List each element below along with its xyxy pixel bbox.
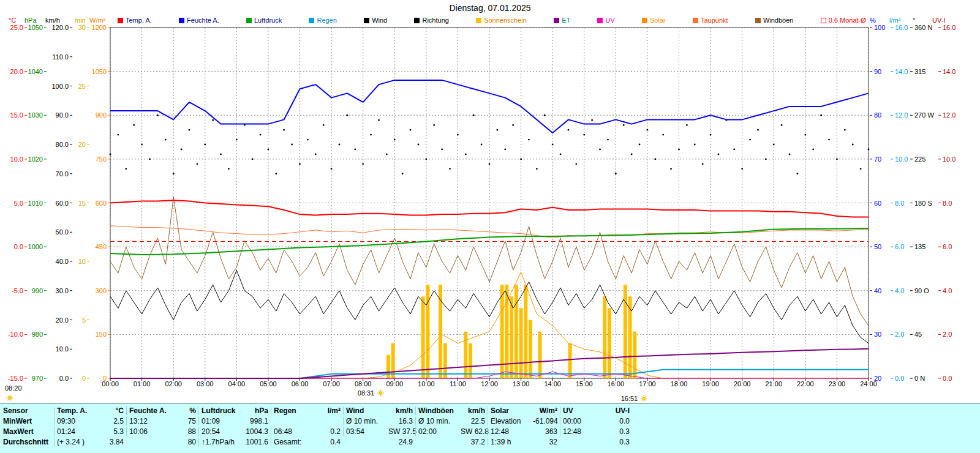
axis-lm2: 16.014.012.010.08.06.04.02.00.0 <box>891 24 908 382</box>
table-cell: 0.3 <box>604 438 632 446</box>
x-tick-label: 07:00 <box>323 380 340 387</box>
x-tick-label: 16:00 <box>608 380 625 387</box>
legend-item-label: Temp. A. <box>126 17 152 24</box>
table-cell: 12:48 <box>560 427 604 436</box>
tick-label: 90.0 <box>56 111 69 119</box>
tick-label: 80.0 <box>56 141 69 148</box>
table-cell: 16.3 <box>387 417 415 425</box>
table-cell: 01:24 <box>54 427 98 436</box>
legend-swatch <box>309 18 314 23</box>
table-cell: 37.2 <box>459 438 488 446</box>
x-tick-label: 04:00 <box>228 380 246 387</box>
table-cell: Ø 10 min. <box>343 417 387 425</box>
tick-label: 10.0 <box>10 155 23 163</box>
x-tick-label: 17:00 <box>639 380 656 387</box>
tick-label: 750 <box>96 155 107 163</box>
table-cell: 88 <box>170 427 198 436</box>
axis-unit-label: W/m² <box>89 17 105 24</box>
legend-item: UV <box>597 17 614 24</box>
sun-icon <box>641 395 647 402</box>
legend-item-label: Sonnenschein <box>484 17 527 24</box>
row-label: Durchschnitt <box>0 438 54 446</box>
axis-kmh: 120.0110.0100.090.080.070.060.050.040.03… <box>51 24 72 382</box>
tick-label: 50.0 <box>56 228 69 236</box>
axis-unit-label: hPa <box>24 17 37 24</box>
column-header: UV <box>560 406 604 415</box>
column-header: Sensor <box>0 406 54 415</box>
tick-label: 0.0 <box>943 375 952 382</box>
table-cell: 20:54 <box>198 427 243 436</box>
tick-label: 60.0 <box>56 200 69 207</box>
table-cell: 24.9 <box>387 438 415 446</box>
legend-swatch <box>821 18 826 23</box>
tick-label: 0.0 <box>14 243 23 250</box>
column-header: Regen <box>271 406 315 415</box>
column-header: °C <box>98 406 126 415</box>
legend-swatch <box>118 18 123 23</box>
tick-label: 1010 <box>28 200 43 207</box>
table-cell: 1:39 h <box>488 438 532 446</box>
table-cell: 00:00 <box>560 417 604 425</box>
tick-label: 990 <box>32 287 43 294</box>
table-cell: Elevation <box>488 417 532 425</box>
legend-item-label: Richtung <box>422 17 448 24</box>
tick-label: 4.0 <box>943 287 952 294</box>
tick-label: 15 <box>78 200 86 207</box>
x-tick-label: 21:00 <box>765 380 782 387</box>
tick-label: 0.0 <box>59 375 69 382</box>
legend-item: Luftdruck <box>246 17 282 24</box>
x-tick-label: 24:00 <box>860 380 877 387</box>
tick-label: 15.0 <box>10 111 23 119</box>
legend-item-label: Wind <box>372 17 387 24</box>
table-cell: 75 <box>170 417 198 425</box>
legend-item: Regen <box>309 17 336 24</box>
table-cell: 12:48 <box>488 427 532 436</box>
tick-label: 14.0 <box>943 68 956 75</box>
tick-label: 270 W <box>914 111 934 119</box>
tick-label: 60 <box>874 200 881 207</box>
table-cell: 13:12 <box>126 417 170 425</box>
legend-item-label: Luftdruck <box>254 17 282 24</box>
grid <box>110 28 869 378</box>
x-tick-label: 02:00 <box>165 380 182 387</box>
sun-icon <box>377 390 384 397</box>
table-cell: ↑1.7hPa/h <box>198 438 243 446</box>
tick-label: 40 <box>874 287 881 294</box>
legend-item: Windböen <box>755 17 794 24</box>
legend-swatch <box>246 18 252 23</box>
legend-swatch <box>642 18 647 23</box>
axis-pct: 1009080706050403020 <box>870 24 885 382</box>
legend-swatch <box>364 18 369 23</box>
x-axis: 00:0001:0002:0003:0004:0005:0006:0007:00… <box>102 378 877 387</box>
sunset-label: 16:51 <box>621 395 638 402</box>
tick-label: 4.0 <box>895 287 904 294</box>
axis-unit-label: UV-I <box>932 17 945 24</box>
tick-label: 110.0 <box>52 53 69 61</box>
tick-label: 300 <box>96 287 107 294</box>
tick-label: 70 <box>874 155 881 163</box>
legend-item-label: Solar <box>650 17 666 24</box>
tick-label: -10.0 <box>8 331 23 338</box>
x-tick-label: 18:00 <box>671 380 688 387</box>
tick-label: 10.0 <box>943 155 956 163</box>
legend-item-label: 0.6 Monat-Ø <box>829 17 866 24</box>
table-row: MaxWert01:245.310:068820:541004.306:480.… <box>0 426 980 436</box>
x-tick-label: 13:00 <box>513 380 530 387</box>
row-label: MinWert <box>0 417 54 425</box>
sunrise-label: 08:31 <box>358 389 375 397</box>
legend-item: Richtung <box>414 17 448 24</box>
time-label: 08:20 <box>5 384 22 392</box>
table-cell: 998.1 <box>243 417 271 425</box>
axis-unit-label: % <box>870 17 876 24</box>
tick-label: 1030 <box>28 111 43 119</box>
table-cell: (+ 3.24 ) <box>54 438 98 446</box>
weather-app-window: 25.020.015.010.05.00.0-5.0-10.0-15.01050… <box>0 0 980 453</box>
table-cell: 32 <box>532 438 560 446</box>
legend-item-label: Regen <box>317 17 336 24</box>
tick-label: 6.0 <box>943 243 952 250</box>
x-tick-label: 01:00 <box>134 380 151 387</box>
tick-label: 1050 <box>92 68 107 75</box>
tick-label: 2.0 <box>895 331 904 338</box>
table-cell: 03:54 <box>343 427 387 436</box>
tick-label: 45 <box>914 331 922 338</box>
